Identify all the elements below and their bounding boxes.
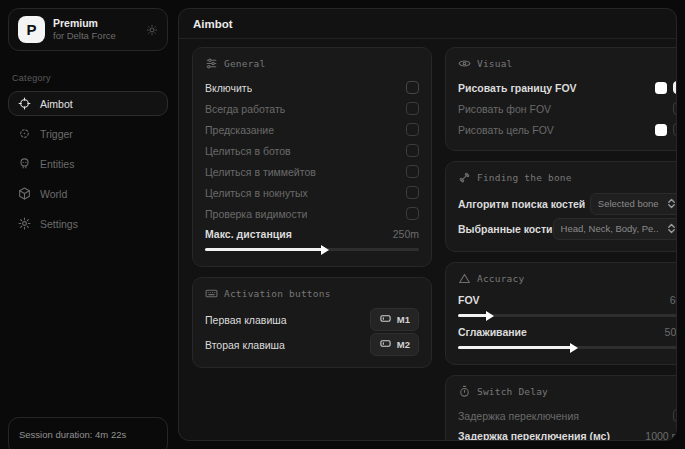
setting-label: FOV bbox=[458, 294, 480, 306]
card-header: Finding the bone bbox=[458, 171, 676, 184]
toggle-checkbox[interactable] bbox=[673, 81, 676, 94]
toggle-checkbox[interactable] bbox=[406, 207, 419, 220]
card-general: GeneralВключитьВсегда работатьПредсказан… bbox=[192, 47, 432, 267]
sidebar-nav: AimbotTriggerEntitiesWorldSettings bbox=[0, 91, 176, 236]
app-title: Premium bbox=[53, 17, 138, 30]
color-swatch[interactable] bbox=[655, 82, 667, 94]
setting-label: Проверка видимости bbox=[205, 208, 307, 220]
sidebar-item-aimbot[interactable]: Aimbot bbox=[8, 91, 168, 116]
setting-row: Проверка видимости bbox=[205, 203, 419, 224]
sidebar-item-trigger[interactable]: Trigger bbox=[8, 121, 168, 146]
setting-label: Целиться в тиммейтов bbox=[205, 166, 316, 178]
mouse-icon bbox=[379, 312, 392, 327]
right-column: VisualРисовать границу FOVРисовать фон F… bbox=[445, 47, 676, 432]
card-visual: VisualРисовать границу FOVРисовать фон F… bbox=[445, 47, 676, 151]
setting-label: Макс. дистанция bbox=[205, 228, 292, 240]
setting-label: Целиться в ботов bbox=[205, 145, 291, 157]
toggle-checkbox[interactable] bbox=[673, 102, 676, 115]
unfold-icon bbox=[665, 197, 676, 210]
app-window: P Premium for Delta Force Category Aimbo… bbox=[0, 0, 685, 449]
select-value: Selected bone bbox=[598, 198, 659, 209]
slider-thumb[interactable] bbox=[570, 343, 578, 353]
toggle-checkbox[interactable] bbox=[406, 165, 419, 178]
card-header: Activation buttons bbox=[205, 287, 419, 300]
session-duration: Session duration: 4m 22s bbox=[8, 417, 168, 449]
setting-label: Сглаживание bbox=[458, 326, 527, 338]
slider-value: 1000 ms bbox=[645, 430, 676, 440]
setting-row: Сглаживание50% bbox=[458, 324, 676, 354]
setting-label: Алгоритм поиска костей bbox=[458, 198, 585, 210]
entities-icon bbox=[18, 157, 31, 170]
keybind-badge[interactable]: M1 bbox=[370, 308, 419, 331]
setting-row: Алгоритм поиска костейSelected bone bbox=[458, 191, 676, 216]
card-accuracy: AccuracyFOV60°Сглаживание50% bbox=[445, 262, 676, 365]
mouse-icon bbox=[379, 337, 392, 352]
setting-row: Включить bbox=[205, 77, 419, 98]
card-finding-the-bone: Finding the boneАлгоритм поиска костейSe… bbox=[445, 161, 676, 252]
toggle-checkbox[interactable] bbox=[673, 409, 676, 422]
keybind-badge[interactable]: M2 bbox=[370, 333, 419, 356]
setting-row: Макс. дистанция250m bbox=[205, 226, 419, 256]
card-title: Switch Delay bbox=[477, 386, 548, 397]
sidebar: P Premium for Delta Force Category Aimbo… bbox=[0, 0, 176, 449]
category-label: Category bbox=[12, 73, 164, 83]
keybind-value: M2 bbox=[397, 339, 410, 350]
slider-track[interactable] bbox=[458, 341, 676, 354]
card-header: Accuracy bbox=[458, 272, 676, 285]
sidebar-item-label: Settings bbox=[40, 218, 78, 230]
app-logo: P bbox=[18, 16, 45, 43]
card-title: General bbox=[224, 58, 265, 69]
setting-label: Рисовать фон FOV bbox=[458, 103, 551, 115]
gear-icon[interactable] bbox=[146, 24, 158, 36]
setting-label: Целиться в нокнутых bbox=[205, 187, 308, 199]
slider-value: 250m bbox=[393, 228, 419, 240]
setting-row: Задержка переключения bbox=[458, 405, 676, 426]
setting-row: Предсказание bbox=[205, 119, 419, 140]
sliders-icon bbox=[205, 57, 218, 70]
sidebar-item-world[interactable]: World bbox=[8, 181, 168, 206]
bone-icon bbox=[458, 171, 471, 184]
setting-row: Первая клавишаM1 bbox=[205, 307, 419, 332]
setting-row: Задержка переключения (мс)1000 ms bbox=[458, 428, 676, 440]
setting-row: Рисовать границу FOV bbox=[458, 77, 676, 98]
slider-track[interactable] bbox=[205, 243, 419, 256]
slider-thumb[interactable] bbox=[321, 245, 329, 255]
card-switch-delay: Switch DelayЗадержка переключенияЗадержк… bbox=[445, 375, 676, 440]
slider-thumb[interactable] bbox=[486, 311, 494, 321]
setting-label: Задержка переключения (мс) bbox=[458, 430, 610, 440]
toggle-checkbox[interactable] bbox=[406, 102, 419, 115]
toggle-checkbox[interactable] bbox=[406, 144, 419, 157]
setting-row: Целиться в ботов bbox=[205, 140, 419, 161]
setting-row: Вторая клавишаM2 bbox=[205, 332, 419, 357]
setting-label: Рисовать границу FOV bbox=[458, 82, 577, 94]
card-header: Visual bbox=[458, 57, 676, 70]
setting-label: Выбранные кости bbox=[458, 223, 553, 235]
toggle-checkbox[interactable] bbox=[406, 186, 419, 199]
card-title: Accuracy bbox=[477, 273, 524, 284]
world-icon bbox=[18, 187, 31, 200]
toggle-checkbox[interactable] bbox=[406, 123, 419, 136]
toggle-checkbox[interactable] bbox=[673, 123, 676, 136]
setting-row: Рисовать фон FOV bbox=[458, 98, 676, 119]
gear-icon bbox=[18, 217, 31, 230]
app-subtitle: for Delta Force bbox=[53, 30, 138, 42]
trigger-icon bbox=[18, 127, 31, 140]
sidebar-item-entities[interactable]: Entities bbox=[8, 151, 168, 176]
sidebar-item-settings[interactable]: Settings bbox=[8, 211, 168, 236]
toggle-checkbox[interactable] bbox=[406, 81, 419, 94]
logo-card: P Premium for Delta Force bbox=[8, 8, 168, 51]
slider-track[interactable] bbox=[458, 309, 676, 322]
setting-row: FOV60° bbox=[458, 292, 676, 322]
sidebar-item-label: Entities bbox=[40, 158, 74, 170]
color-swatch[interactable] bbox=[655, 124, 667, 136]
keyboard-icon bbox=[205, 287, 218, 300]
unfold-icon bbox=[665, 222, 676, 235]
keybind-value: M1 bbox=[397, 314, 410, 325]
slider-value: 50% bbox=[665, 326, 676, 338]
select-dropdown[interactable]: Head, Neck, Body, Pe.. bbox=[553, 218, 676, 240]
main-panel: Aimbot GeneralВключитьВсегда работатьПре… bbox=[178, 8, 677, 441]
select-dropdown[interactable]: Selected bone bbox=[590, 193, 676, 215]
setting-label: Вторая клавиша bbox=[205, 339, 285, 351]
card-header: Switch Delay bbox=[458, 385, 676, 398]
setting-label: Рисовать цель FOV bbox=[458, 124, 554, 136]
